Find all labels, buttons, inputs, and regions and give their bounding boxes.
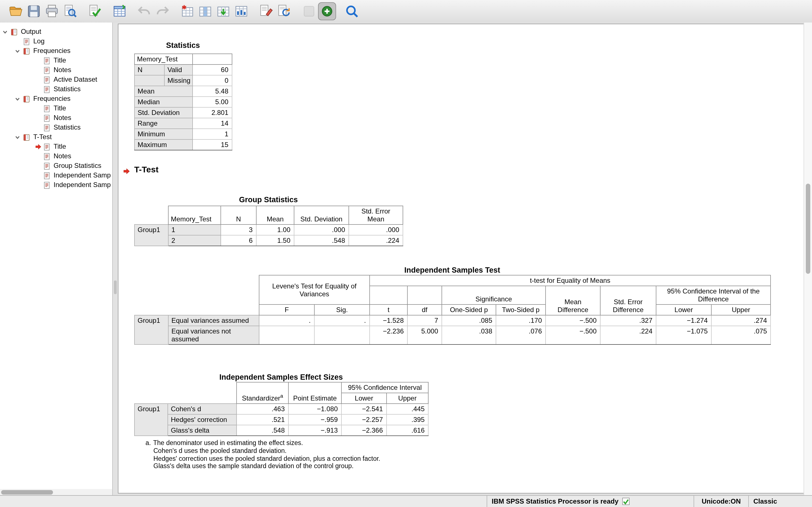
outline-item-title[interactable]: Title bbox=[0, 56, 112, 65]
scrollbar-thumb[interactable] bbox=[1, 490, 53, 495]
notes-icon bbox=[43, 66, 52, 74]
cell: 2.801 bbox=[193, 107, 232, 118]
log-icon bbox=[22, 37, 32, 46]
stub-cell: Equal variances not assumed bbox=[168, 326, 259, 344]
outline-item-ttest[interactable]: T-Test bbox=[0, 132, 112, 142]
chevron-down-icon[interactable] bbox=[2, 29, 10, 35]
outline-item-statistics[interactable]: Statistics bbox=[0, 123, 112, 132]
redo-button[interactable] bbox=[153, 2, 171, 20]
ci-span-header: 95% Confidence Interval of the Differenc… bbox=[656, 286, 770, 304]
pane-splitter[interactable] bbox=[113, 22, 118, 496]
outline-item-independent-samples-effect-sizes[interactable]: Independent Samp bbox=[0, 180, 112, 190]
table-row: Equal variances not assumed −2.236 5.000… bbox=[135, 326, 770, 344]
edit-output-button[interactable] bbox=[257, 2, 275, 20]
stub-cell: 2 bbox=[168, 235, 221, 246]
undo-button[interactable] bbox=[135, 2, 153, 20]
outline-item-ttest-title[interactable]: Title bbox=[0, 142, 112, 152]
header-cell: df bbox=[407, 304, 442, 315]
cell: 14 bbox=[193, 118, 232, 129]
cell: .076 bbox=[496, 326, 546, 344]
footnote-line: Cohen's d uses the pooled standard devia… bbox=[153, 447, 380, 455]
footnote-marker: a bbox=[280, 393, 283, 399]
footnote-line: a.The denominator used in estimating the… bbox=[146, 439, 380, 447]
open-button[interactable] bbox=[7, 2, 25, 20]
corner-cell bbox=[135, 206, 168, 224]
notes-icon bbox=[43, 114, 52, 122]
export-button[interactable] bbox=[86, 2, 104, 20]
outline-item-log[interactable]: Log bbox=[0, 37, 112, 46]
print-button[interactable] bbox=[43, 2, 61, 20]
table-row: 2 6 1.50 .548 .224 bbox=[135, 235, 403, 246]
statistics-pivot-table[interactable]: Memory_Test N Valid 60 Missing 0 Mean 5.… bbox=[134, 54, 232, 151]
select-cases-button[interactable] bbox=[232, 2, 250, 20]
stub-cell: Valid bbox=[164, 64, 193, 75]
header-cell bbox=[407, 286, 442, 304]
cell: 1.00 bbox=[256, 224, 294, 235]
goto-data-button[interactable] bbox=[110, 2, 129, 20]
outline-label: Notes bbox=[54, 113, 71, 123]
effect-sizes-title: Independent Samples Effect Sizes bbox=[134, 373, 428, 381]
cell: .170 bbox=[496, 315, 546, 326]
save-button[interactable] bbox=[25, 2, 43, 20]
cell: 1 bbox=[193, 129, 232, 139]
stub-cell: Group1 bbox=[135, 315, 168, 344]
chevron-down-icon[interactable] bbox=[15, 134, 22, 140]
header-cell: Sig. bbox=[314, 304, 370, 315]
header-cell: Point Estimate bbox=[289, 382, 342, 404]
find-button[interactable] bbox=[343, 2, 361, 20]
header-cell: Std. Deviation bbox=[294, 206, 349, 224]
independent-samples-test-pivot-table[interactable]: Levene's Test for Equality of Variances … bbox=[134, 275, 771, 345]
stub-cell: Hedges' correction bbox=[168, 414, 237, 425]
goto-variable-button[interactable] bbox=[196, 2, 214, 20]
current-output-arrow-icon bbox=[123, 167, 130, 177]
outline-item-notes[interactable]: Notes bbox=[0, 65, 112, 75]
outline-item-frequencies-1[interactable]: Frequencies bbox=[0, 46, 112, 56]
outline-item-frequencies-2[interactable]: Frequencies bbox=[0, 94, 112, 104]
effect-sizes-pivot-table[interactable]: Standardizera Point Estimate 95% Confide… bbox=[134, 382, 428, 436]
header-cell: Two-Sided p bbox=[496, 304, 546, 315]
outline-item-notes[interactable]: Notes bbox=[0, 152, 112, 161]
stub-cell: Median bbox=[135, 97, 193, 107]
cell: 6 bbox=[221, 235, 256, 246]
outline-item-independent-samples-test[interactable]: Independent Samp bbox=[0, 171, 112, 180]
print-preview-button[interactable] bbox=[61, 2, 79, 20]
outline-label: Group Statistics bbox=[54, 161, 101, 171]
goto-case-button[interactable] bbox=[178, 2, 196, 20]
corner-cell bbox=[135, 382, 168, 404]
table-row: Minimum 1 bbox=[135, 129, 232, 139]
content-vertical-scrollbar[interactable] bbox=[804, 22, 812, 496]
outline-label: Statistics bbox=[54, 84, 81, 94]
processor-status-text: IBM SPSS Statistics Processor is ready bbox=[492, 496, 619, 507]
outline-label: Independent Samp bbox=[54, 171, 111, 180]
outline-horizontal-scrollbar[interactable] bbox=[0, 489, 112, 496]
outline-item-output[interactable]: Output bbox=[0, 27, 112, 37]
header-cell: F bbox=[259, 304, 314, 315]
outline-item-notes[interactable]: Notes bbox=[0, 113, 112, 123]
outline-label: Notes bbox=[54, 152, 71, 161]
outline-item-active-dataset[interactable]: Active Dataset bbox=[0, 75, 112, 84]
table-row: Std. Deviation 2.801 bbox=[135, 107, 232, 118]
outline-item-statistics[interactable]: Statistics bbox=[0, 84, 112, 94]
show-hide-button[interactable] bbox=[300, 2, 318, 20]
insert-object-button[interactable] bbox=[318, 2, 336, 20]
stub-cell: Missing bbox=[164, 75, 193, 86]
unicode-status: Unicode:ON bbox=[694, 496, 748, 507]
table-icon bbox=[43, 171, 52, 180]
group-statistics-pivot-table[interactable]: Memory_Test N Mean Std. Deviation Std. E… bbox=[134, 206, 403, 246]
outline-item-title[interactable]: Title bbox=[0, 104, 112, 113]
chevron-down-icon[interactable] bbox=[15, 48, 22, 54]
chevron-down-icon[interactable] bbox=[15, 96, 22, 102]
scrollbar-thumb[interactable] bbox=[806, 184, 810, 274]
splitter-handle[interactable] bbox=[114, 281, 117, 294]
cell: .075 bbox=[711, 326, 770, 344]
ttest-heading: T-Test bbox=[134, 165, 158, 174]
stub-cell: Mean bbox=[135, 86, 193, 97]
stub-cell: 1 bbox=[168, 224, 221, 235]
outline-item-group-statistics[interactable]: Group Statistics bbox=[0, 161, 112, 171]
cell: −.500 bbox=[546, 326, 600, 344]
cell: −.500 bbox=[546, 315, 600, 326]
refresh-output-button[interactable] bbox=[275, 2, 293, 20]
insert-variable-button[interactable] bbox=[214, 2, 232, 20]
stub-cell: Cohen's d bbox=[168, 404, 237, 414]
table-header-row: Standardizera Point Estimate 95% Confide… bbox=[135, 382, 428, 393]
